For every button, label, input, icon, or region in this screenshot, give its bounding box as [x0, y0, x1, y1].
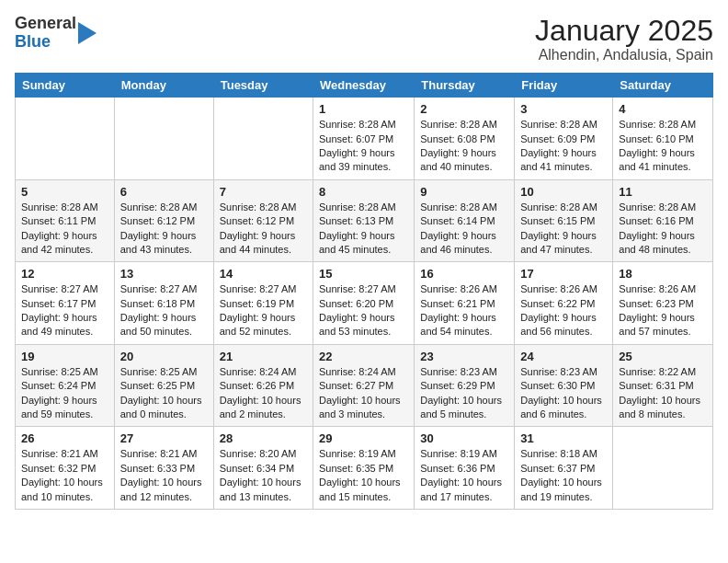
day-number: 26 — [21, 431, 108, 445]
day-number: 5 — [21, 185, 108, 199]
table-row: 13Sunrise: 8:27 AM Sunset: 6:18 PM Dayli… — [114, 262, 213, 345]
col-sunday: Sunday — [16, 74, 115, 98]
table-row: 12Sunrise: 8:27 AM Sunset: 6:17 PM Dayli… — [16, 262, 115, 345]
day-number: 1 — [319, 102, 408, 116]
page: General Blue January 2025 Alhendin, Anda… — [0, 0, 728, 519]
table-row: 4Sunrise: 8:28 AM Sunset: 6:10 PM Daylig… — [613, 98, 713, 180]
day-number: 28 — [220, 431, 307, 445]
day-info: Sunrise: 8:28 AM Sunset: 6:13 PM Dayligh… — [319, 201, 408, 258]
svg-marker-0 — [78, 22, 97, 44]
day-info: Sunrise: 8:28 AM Sunset: 6:12 PM Dayligh… — [220, 201, 307, 258]
table-row: 2Sunrise: 8:28 AM Sunset: 6:08 PM Daylig… — [415, 98, 515, 180]
day-number: 14 — [220, 267, 307, 281]
col-wednesday: Wednesday — [313, 74, 414, 98]
table-row: 1Sunrise: 8:28 AM Sunset: 6:07 PM Daylig… — [313, 98, 414, 180]
table-row: 5Sunrise: 8:28 AM Sunset: 6:11 PM Daylig… — [16, 179, 115, 262]
day-number: 31 — [520, 431, 607, 445]
calendar-week-row: 1Sunrise: 8:28 AM Sunset: 6:07 PM Daylig… — [16, 98, 713, 180]
table-row: 15Sunrise: 8:27 AM Sunset: 6:20 PM Dayli… — [313, 262, 414, 345]
day-info: Sunrise: 8:28 AM Sunset: 6:10 PM Dayligh… — [619, 118, 707, 175]
table-row: 21Sunrise: 8:24 AM Sunset: 6:26 PM Dayli… — [213, 344, 313, 427]
day-number: 7 — [220, 185, 307, 199]
logo: General Blue — [15, 15, 97, 52]
day-info: Sunrise: 8:21 AM Sunset: 6:33 PM Dayligh… — [120, 447, 208, 504]
table-row: 17Sunrise: 8:26 AM Sunset: 6:22 PM Dayli… — [515, 262, 613, 345]
logo-text: General Blue — [15, 15, 76, 52]
table-row: 29Sunrise: 8:19 AM Sunset: 6:35 PM Dayli… — [313, 427, 414, 510]
table-row: 3Sunrise: 8:28 AM Sunset: 6:09 PM Daylig… — [515, 98, 613, 180]
table-row: 22Sunrise: 8:24 AM Sunset: 6:27 PM Dayli… — [313, 344, 414, 427]
table-row — [16, 98, 115, 180]
day-info: Sunrise: 8:23 AM Sunset: 6:29 PM Dayligh… — [420, 365, 508, 422]
calendar-header-row: Sunday Monday Tuesday Wednesday Thursday… — [16, 74, 713, 98]
logo-icon — [78, 22, 97, 44]
day-info: Sunrise: 8:24 AM Sunset: 6:26 PM Dayligh… — [220, 365, 307, 422]
table-row: 8Sunrise: 8:28 AM Sunset: 6:13 PM Daylig… — [313, 179, 414, 262]
table-row: 23Sunrise: 8:23 AM Sunset: 6:29 PM Dayli… — [415, 344, 515, 427]
day-info: Sunrise: 8:18 AM Sunset: 6:37 PM Dayligh… — [520, 447, 607, 504]
day-number: 18 — [619, 267, 707, 281]
logo-blue: Blue — [15, 33, 76, 52]
calendar-week-row: 12Sunrise: 8:27 AM Sunset: 6:17 PM Dayli… — [16, 262, 713, 345]
day-number: 2 — [420, 102, 508, 116]
table-row: 16Sunrise: 8:26 AM Sunset: 6:21 PM Dayli… — [415, 262, 515, 345]
day-info: Sunrise: 8:28 AM Sunset: 6:16 PM Dayligh… — [619, 201, 707, 258]
day-number: 8 — [319, 185, 408, 199]
table-row — [613, 427, 713, 510]
calendar-subtitle: Alhendin, Andalusia, Spain — [535, 47, 713, 63]
day-info: Sunrise: 8:27 AM Sunset: 6:18 PM Dayligh… — [120, 282, 208, 339]
day-info: Sunrise: 8:23 AM Sunset: 6:30 PM Dayligh… — [520, 365, 607, 422]
table-row: 6Sunrise: 8:28 AM Sunset: 6:12 PM Daylig… — [114, 179, 213, 262]
day-number: 6 — [120, 185, 208, 199]
day-info: Sunrise: 8:28 AM Sunset: 6:11 PM Dayligh… — [21, 201, 108, 258]
table-row: 18Sunrise: 8:26 AM Sunset: 6:23 PM Dayli… — [613, 262, 713, 345]
day-number: 9 — [420, 185, 508, 199]
day-number: 13 — [120, 267, 208, 281]
title-block: January 2025 Alhendin, Andalusia, Spain — [535, 15, 713, 63]
header: General Blue January 2025 Alhendin, Anda… — [15, 15, 713, 63]
calendar-week-row: 5Sunrise: 8:28 AM Sunset: 6:11 PM Daylig… — [16, 179, 713, 262]
day-info: Sunrise: 8:28 AM Sunset: 6:14 PM Dayligh… — [420, 201, 508, 258]
day-info: Sunrise: 8:28 AM Sunset: 6:12 PM Dayligh… — [120, 201, 208, 258]
day-info: Sunrise: 8:19 AM Sunset: 6:35 PM Dayligh… — [319, 447, 408, 504]
day-number: 24 — [520, 350, 607, 363]
day-number: 10 — [520, 185, 607, 199]
day-number: 4 — [619, 102, 707, 116]
table-row: 26Sunrise: 8:21 AM Sunset: 6:32 PM Dayli… — [16, 427, 115, 510]
day-number: 16 — [420, 267, 508, 281]
day-number: 23 — [420, 350, 508, 363]
day-number: 25 — [619, 350, 707, 363]
day-info: Sunrise: 8:20 AM Sunset: 6:34 PM Dayligh… — [220, 447, 307, 504]
day-info: Sunrise: 8:27 AM Sunset: 6:19 PM Dayligh… — [220, 282, 307, 339]
day-number: 11 — [619, 185, 707, 199]
table-row: 14Sunrise: 8:27 AM Sunset: 6:19 PM Dayli… — [213, 262, 313, 345]
day-number: 21 — [220, 350, 307, 363]
table-row: 19Sunrise: 8:25 AM Sunset: 6:24 PM Dayli… — [16, 344, 115, 427]
day-info: Sunrise: 8:19 AM Sunset: 6:36 PM Dayligh… — [420, 447, 508, 504]
table-row: 11Sunrise: 8:28 AM Sunset: 6:16 PM Dayli… — [613, 179, 713, 262]
day-info: Sunrise: 8:28 AM Sunset: 6:09 PM Dayligh… — [520, 118, 607, 175]
table-row: 24Sunrise: 8:23 AM Sunset: 6:30 PM Dayli… — [515, 344, 613, 427]
day-number: 20 — [120, 350, 208, 363]
day-number: 3 — [520, 102, 607, 116]
day-number: 22 — [319, 350, 408, 363]
col-thursday: Thursday — [415, 74, 515, 98]
day-number: 12 — [21, 267, 108, 281]
day-info: Sunrise: 8:22 AM Sunset: 6:31 PM Dayligh… — [619, 365, 707, 422]
day-number: 15 — [319, 267, 408, 281]
day-info: Sunrise: 8:21 AM Sunset: 6:32 PM Dayligh… — [21, 447, 108, 504]
day-info: Sunrise: 8:27 AM Sunset: 6:20 PM Dayligh… — [319, 282, 408, 339]
table-row: 28Sunrise: 8:20 AM Sunset: 6:34 PM Dayli… — [213, 427, 313, 510]
table-row: 30Sunrise: 8:19 AM Sunset: 6:36 PM Dayli… — [415, 427, 515, 510]
day-info: Sunrise: 8:26 AM Sunset: 6:22 PM Dayligh… — [520, 282, 607, 339]
table-row — [213, 98, 313, 180]
col-saturday: Saturday — [613, 74, 713, 98]
day-number: 29 — [319, 431, 408, 445]
day-number: 19 — [21, 350, 108, 363]
day-info: Sunrise: 8:28 AM Sunset: 6:08 PM Dayligh… — [420, 118, 508, 175]
col-friday: Friday — [515, 74, 613, 98]
table-row: 27Sunrise: 8:21 AM Sunset: 6:33 PM Dayli… — [114, 427, 213, 510]
logo-general: General — [15, 15, 76, 33]
calendar-week-row: 26Sunrise: 8:21 AM Sunset: 6:32 PM Dayli… — [16, 427, 713, 510]
col-tuesday: Tuesday — [213, 74, 313, 98]
